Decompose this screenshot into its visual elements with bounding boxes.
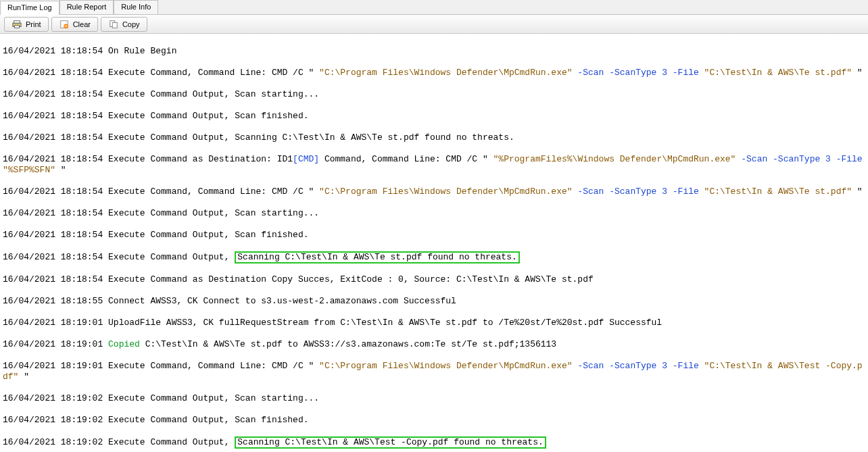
svg-rect-2	[15, 25, 20, 28]
copy-button[interactable]: Copy	[101, 17, 147, 32]
svg-rect-0	[14, 20, 20, 23]
log-line: 16/04/2021 18:18:54 Execute Command, Com…	[3, 186, 865, 197]
tab-label: RunTime Log	[7, 3, 52, 11]
svg-rect-7	[112, 22, 117, 28]
log-line: 16/04/2021 18:18:54 Execute Command Outp…	[3, 230, 865, 241]
log-line: 16/04/2021 18:18:54 Execute Command as D…	[3, 154, 865, 176]
log-line: 16/04/2021 18:18:54 Execute Command Outp…	[3, 111, 865, 122]
copy-icon	[108, 19, 119, 30]
log-line: 16/04/2021 18:18:54 Execute Command Outp…	[3, 132, 865, 143]
button-label: Copy	[122, 20, 140, 28]
log-line: 16/04/2021 18:19:02 Execute Command Outp…	[3, 436, 865, 449]
log-line: 16/04/2021 18:18:54 Execute Command Outp…	[3, 208, 865, 219]
highlight-box: Scanning C:\Test\In & AWS\Te st.pdf foun…	[235, 251, 519, 263]
log-line: 16/04/2021 18:18:54 Execute Command, Com…	[3, 68, 865, 78]
log-line: 16/04/2021 18:19:01 UploadFile AWSS3, CK…	[3, 318, 865, 328]
log-line: 16/04/2021 18:19:01 Execute Command, Com…	[3, 361, 865, 382]
tab-runtime-log[interactable]: RunTime Log	[0, 1, 59, 15]
tab-rule-info[interactable]: Rule Info	[114, 0, 158, 14]
clear-button[interactable]: Clear	[51, 17, 98, 32]
log-line: 16/04/2021 18:18:54 On Rule Begin	[3, 46, 865, 57]
printer-icon	[11, 19, 22, 30]
tab-rule-report[interactable]: Rule Report	[59, 0, 114, 14]
log-line: 16/04/2021 18:18:55 Connect AWSS3, CK Co…	[3, 296, 865, 307]
log-output[interactable]: 16/04/2021 18:18:54 On Rule Begin 16/04/…	[0, 34, 868, 452]
button-label: Clear	[73, 20, 91, 28]
log-line: 16/04/2021 18:18:54 Execute Command Outp…	[3, 251, 865, 263]
log-line: 16/04/2021 18:19:02 Execute Command Outp…	[3, 415, 865, 426]
tab-bar: RunTime Log Rule Report Rule Info	[0, 0, 868, 15]
log-line: 16/04/2021 18:19:01 Copied C:\Test\In & …	[3, 339, 865, 350]
tab-label: Rule Info	[121, 3, 151, 11]
highlight-box: Scanning C:\Test\In & AWS\Test -Copy.pdf…	[235, 436, 546, 449]
clear-icon	[59, 19, 70, 30]
log-line: 16/04/2021 18:18:54 Execute Command as D…	[3, 274, 865, 285]
log-line: 16/04/2021 18:19:02 Execute Command Outp…	[3, 393, 865, 404]
toolbar: Print Clear Copy	[0, 15, 868, 34]
button-label: Print	[26, 20, 41, 28]
print-button[interactable]: Print	[4, 17, 49, 32]
tab-label: Rule Report	[67, 3, 107, 11]
log-line: 16/04/2021 18:18:54 Execute Command Outp…	[3, 89, 865, 100]
